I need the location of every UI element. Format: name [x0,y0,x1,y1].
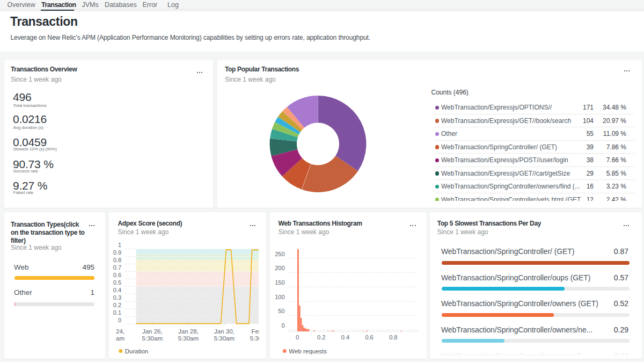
svg-text:0: 0 [281,322,284,329]
svg-text:150: 150 [275,279,284,286]
svg-text:Jan 26,: Jan 26, [142,328,163,335]
svg-text:Feb 1,: Feb 1, [252,328,259,335]
svg-text:5:30am: 5:30am [178,335,199,342]
svg-text:0.8: 0.8 [113,257,121,263]
svg-text:250: 250 [275,251,284,257]
svg-text:0.5: 0.5 [113,279,121,286]
svg-text:0.3: 0.3 [113,294,121,301]
svg-text:Duration: Duration [125,348,148,354]
svg-text:0.8: 0.8 [389,334,397,341]
svg-text:am: am [116,335,125,342]
svg-text:0.7: 0.7 [113,264,121,271]
svg-text:0.4: 0.4 [113,287,121,293]
svg-text:5:30am: 5:30am [250,335,259,342]
svg-text:50: 50 [278,308,284,314]
svg-text:0.1: 0.1 [113,309,121,316]
svg-text:Web requests: Web requests [289,348,327,354]
svg-text:5:30am: 5:30am [214,335,235,342]
svg-text:Jan 30,: Jan 30, [214,328,235,335]
svg-text:5:30am: 5:30am [142,335,163,342]
svg-text:100: 100 [275,294,284,300]
svg-text:0.6: 0.6 [365,334,373,341]
svg-text:0.2: 0.2 [113,302,121,308]
svg-text:1: 1 [118,242,121,248]
svg-text:0.6: 0.6 [113,272,121,278]
svg-text:0: 0 [118,317,121,323]
svg-text:0.9: 0.9 [113,249,121,256]
svg-text:0: 0 [295,334,298,341]
svg-text:200: 200 [275,265,284,271]
svg-text:Jan 28,: Jan 28, [178,328,199,335]
svg-text:0.4: 0.4 [341,334,349,341]
svg-text:24,: 24, [116,328,125,335]
svg-text:0.2: 0.2 [317,334,325,341]
